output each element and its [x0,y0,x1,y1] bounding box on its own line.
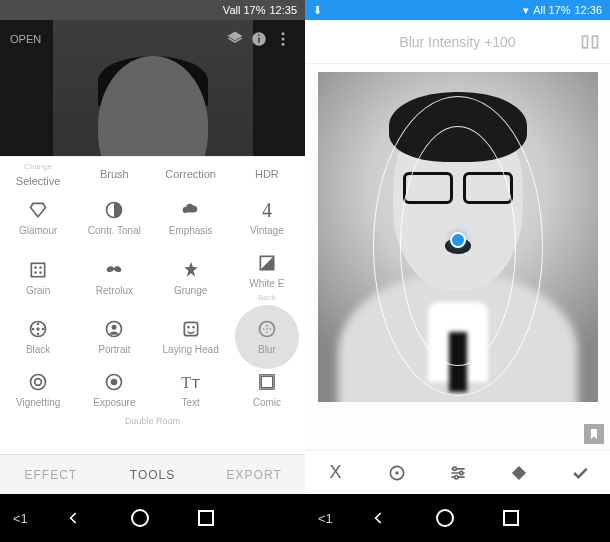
svg-point-27 [269,328,271,330]
blur-toolbar: X [305,450,610,494]
tab-export[interactable]: EXPORT [203,468,305,482]
tool-row-2: Grain Retrolux Grunge White EBack [0,244,305,310]
left-pane: Vall 17% 12:35 OPEN Change Selective [0,0,305,542]
blur-icon [256,318,278,340]
svg-rect-7 [31,263,44,276]
frame-icon [256,371,278,393]
contrast-icon [103,199,125,221]
svg-point-36 [132,510,148,526]
tool-exposure[interactable]: Exposure [76,363,152,416]
bottom-tabs: EFFECT TOOLS EXPORT [0,454,305,494]
tool-comic[interactable]: Comic [229,363,305,416]
photo-preview-dimmed: OPEN [0,20,305,156]
open-label[interactable]: OPEN [10,33,41,45]
tool-row-4: Vignetting Exposure TᴛText Comic [0,363,305,416]
photo [318,72,598,402]
tool-grain[interactable]: Grain [0,244,76,310]
nav-less-than-r: <1 [318,511,333,526]
svg-point-9 [39,266,42,269]
svg-point-20 [112,325,117,330]
tool-whitee[interactable]: White EBack [229,244,305,310]
nav-recent-r[interactable] [491,509,531,527]
tool-label: White E [249,278,284,289]
svg-point-23 [192,326,195,329]
cancel-button[interactable]: X [305,462,366,483]
exposure-icon [103,371,125,393]
tool-row-3: Black Portrait Laying Head Blur [0,310,305,363]
svg-point-33 [111,379,118,386]
status-time-right: 12:36 [574,4,602,16]
tool-retrolux[interactable]: Retrolux [76,244,152,310]
status-volume: Vall 17% [223,4,266,16]
tool-blur[interactable]: Blur [229,310,305,363]
tool-contrast[interactable]: Contr. Tonal [76,191,152,244]
svg-point-3 [282,32,285,35]
status-bar-right: ⬇ ▾ All 17% 12:36 [305,0,610,20]
apply-button[interactable] [549,463,610,483]
info-icon[interactable] [247,30,271,48]
tool-label: Portrait [98,344,130,355]
photo-canvas[interactable] [305,64,610,450]
tab-tools[interactable]: TOOLS [102,468,204,482]
tool-emphasis[interactable]: Emphasis [153,191,229,244]
tool-portrait[interactable]: Portrait [76,310,152,363]
tool-text[interactable]: TᴛText [153,363,229,416]
bookmark-button[interactable] [584,424,604,444]
tool-label: Blur [258,344,276,355]
svg-point-25 [266,328,268,330]
svg-point-10 [34,271,37,274]
svg-point-28 [266,325,268,327]
tool-label: Emphasis [169,225,213,236]
tool-selective[interactable]: Change Selective [0,157,76,191]
tool-black[interactable]: Black [0,310,76,363]
film-icon [27,318,49,340]
nav-less-than: <1 [13,511,28,526]
svg-point-18 [32,328,35,331]
more-icon[interactable] [271,30,295,48]
focus-button[interactable] [366,463,427,483]
tool-label: Grunge [174,285,207,296]
adjust-button[interactable] [427,463,488,483]
face-icon [180,318,202,340]
tab-effect[interactable]: EFFECT [0,468,102,482]
tool-grunge[interactable]: Grunge [153,244,229,310]
layers-icon[interactable] [223,30,247,48]
svg-rect-37 [199,511,213,525]
nav-back[interactable] [54,508,94,528]
status-time-left: 12:35 [269,4,297,16]
subrow: Double Room [0,416,305,430]
tool-label: Comic [253,397,281,408]
tool-correction[interactable]: Correction [153,157,229,191]
shape-button[interactable] [488,463,549,483]
svg-point-8 [34,266,37,269]
tool-brush[interactable]: Brush [76,157,152,191]
svg-rect-1 [258,38,260,43]
nav-home[interactable] [120,508,160,528]
android-nav-right: <1 [305,494,610,542]
nav-recent[interactable] [186,509,226,527]
svg-point-22 [187,326,190,329]
tool-layinghead[interactable]: Laying Head [153,310,229,363]
tool-label: Brush [100,168,129,180]
svg-point-16 [42,328,45,331]
tool-glamour[interactable]: Glamour [0,191,76,244]
compare-icon[interactable] [580,32,600,52]
tool-label: Exposure [93,397,135,408]
mustache-icon [103,259,125,281]
diamond-icon [27,199,49,221]
svg-point-17 [37,333,40,336]
tool-label: Vintage [250,225,284,236]
svg-point-31 [35,379,42,386]
nav-home-r[interactable] [425,508,465,528]
tool-vintage[interactable]: 4Vintage [229,191,305,244]
svg-rect-45 [511,465,525,479]
nav-back-r[interactable] [359,508,399,528]
svg-rect-38 [583,36,588,48]
tool-row-0: Change Selective Brush Correction HDR [0,157,305,191]
blur-center-handle[interactable] [450,232,466,248]
four-icon: 4 [256,199,278,221]
svg-rect-2 [258,35,260,37]
tool-vignetting[interactable]: Vignetting [0,363,76,416]
tool-hdr[interactable]: HDR [229,157,305,191]
blur-intensity-label: Blur Intensity +100 [399,34,515,50]
